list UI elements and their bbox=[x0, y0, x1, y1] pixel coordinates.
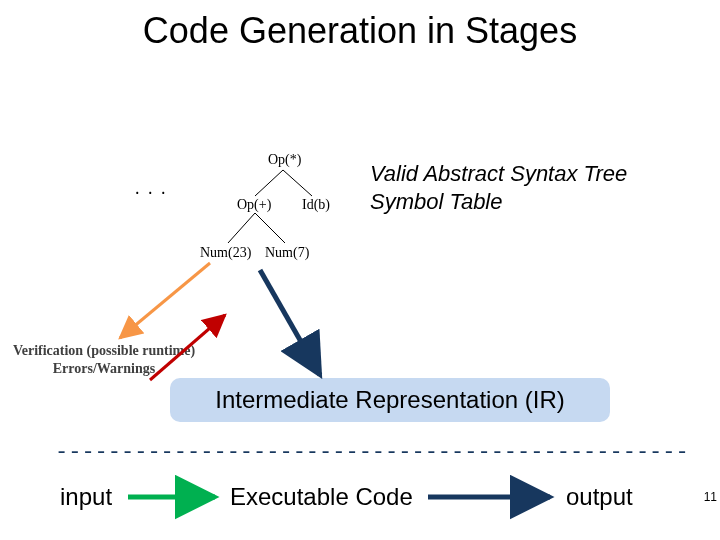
svg-line-0 bbox=[255, 170, 283, 196]
arrow-ast-to-verification bbox=[120, 263, 210, 338]
svg-line-2 bbox=[228, 213, 255, 243]
tree-node-op-plus: Op(+) bbox=[237, 197, 271, 213]
dashed-divider: ----------------------------------------… bbox=[55, 440, 675, 465]
ir-label: Intermediate Representation (IR) bbox=[215, 386, 565, 414]
svg-line-3 bbox=[255, 213, 285, 243]
ast-caption: Valid Abstract Syntax Tree Symbol Table bbox=[370, 160, 627, 215]
svg-line-1 bbox=[283, 170, 312, 196]
tree-ellipsis: . . . bbox=[135, 178, 168, 199]
tree-node-num23: Num(23) bbox=[200, 245, 251, 261]
slide-title: Code Generation in Stages bbox=[0, 10, 720, 52]
executable-code-label: Executable Code bbox=[230, 483, 413, 511]
verification-line2: Errors/Warnings bbox=[4, 360, 204, 378]
tree-node-op-star: Op(*) bbox=[268, 152, 301, 168]
ir-box: Intermediate Representation (IR) bbox=[170, 378, 610, 422]
page-number: 11 bbox=[704, 490, 717, 504]
tree-node-id-b: Id(b) bbox=[302, 197, 330, 213]
output-label: output bbox=[566, 483, 633, 511]
input-label: input bbox=[60, 483, 112, 511]
arrow-ast-to-ir bbox=[260, 270, 320, 375]
verification-label: Verification (possible runtime) Errors/W… bbox=[4, 342, 204, 377]
tree-node-num7: Num(7) bbox=[265, 245, 309, 261]
verification-line1: Verification (possible runtime) bbox=[4, 342, 204, 360]
ast-caption-line1: Valid Abstract Syntax Tree bbox=[370, 160, 627, 188]
ast-caption-line2: Symbol Table bbox=[370, 188, 627, 216]
